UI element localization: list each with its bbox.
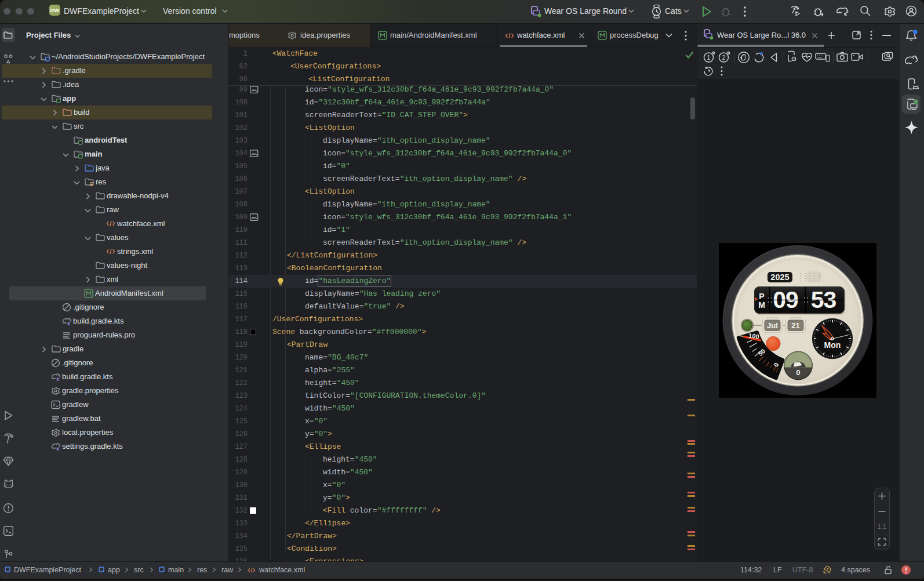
svg-text:P: P [759, 292, 764, 301]
svg-text:100: 100 [748, 332, 760, 340]
svg-text:2025: 2025 [770, 273, 789, 282]
svg-text:2: 2 [722, 54, 726, 61]
svg-text:1: 1 [707, 54, 711, 61]
svg-text:Jul: Jul [767, 321, 778, 330]
svg-text:0: 0 [796, 369, 801, 377]
svg-text:21: 21 [791, 321, 799, 330]
svg-text:M: M [758, 300, 765, 310]
svg-text:Mon: Mon [824, 340, 841, 350]
